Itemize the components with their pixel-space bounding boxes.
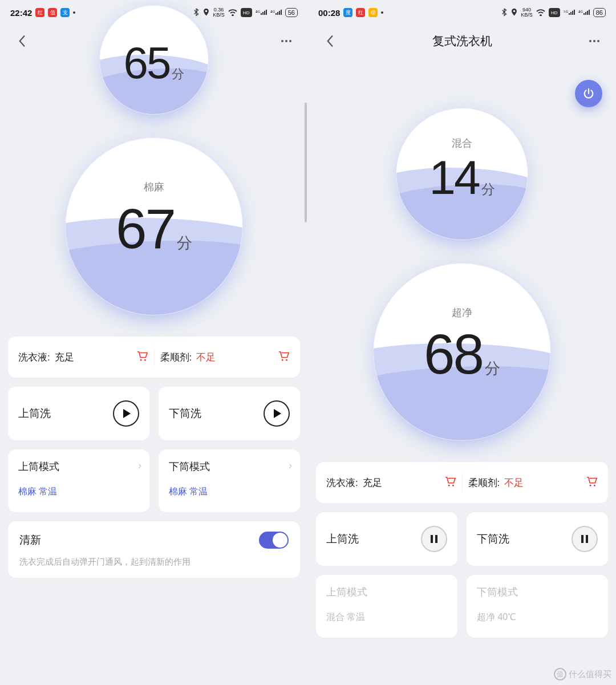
fresh-title: 清新	[19, 533, 41, 548]
phone-left: 22:42 红 值 支 0.36KB/S HD ⁴ᴳ ⁴ᴳ	[0, 0, 308, 685]
watermark: 值 什么值得买	[554, 668, 611, 680]
phone-right: 00:28 度 红 @ 940KB/S HD ⁵ᴳ ⁴ᴳ 86 复式洗衣机	[308, 0, 616, 685]
bottom-drum-mode-button[interactable]: 下筒模式 超净 40℃	[467, 575, 608, 638]
top-drum-mode-button[interactable]: 上筒模式 混合 常温	[316, 575, 457, 638]
top-drum-wash-button[interactable]: 上筒洗	[316, 512, 457, 566]
dial-top-drum[interactable]: 混合 14分	[396, 108, 528, 240]
detergent-row[interactable]: 洗衣液: 充足	[18, 350, 148, 364]
wifi-icon	[536, 9, 545, 16]
chevron-right-icon: ›	[289, 460, 292, 472]
hd-icon: HD	[549, 8, 560, 17]
cart-icon[interactable]	[585, 476, 598, 490]
minutes-unit: 分	[485, 360, 500, 376]
battery-indicator: 86	[593, 8, 606, 17]
svg-rect-17	[435, 535, 437, 543]
top-drum-mode-button[interactable]: 上筒模式 › 棉麻 常温	[8, 449, 149, 512]
location-icon	[511, 9, 517, 17]
svg-rect-18	[581, 535, 583, 543]
network-speed: 940KB/S	[521, 7, 533, 18]
softener-row[interactable]: 柔顺剂: 不足	[160, 350, 290, 364]
dial-bottom-drum[interactable]: 棉麻 67分	[66, 138, 242, 315]
cart-icon[interactable]	[277, 350, 290, 364]
divider	[154, 348, 155, 366]
fresh-toggle[interactable]	[259, 532, 289, 549]
svg-point-13	[452, 484, 454, 486]
dial-mode-label: 棉麻	[144, 180, 164, 194]
signal-icon: ⁵ᴳ	[564, 10, 575, 15]
svg-point-7	[286, 359, 287, 360]
pause-icon[interactable]	[421, 526, 447, 552]
more-button[interactable]	[584, 31, 605, 51]
svg-point-8	[513, 10, 516, 13]
dial-main-value: 68	[424, 326, 483, 382]
more-dot	[381, 11, 383, 14]
minutes-unit: 分	[172, 68, 184, 80]
page-title: 复式洗衣机	[432, 33, 492, 49]
svg-point-5	[144, 359, 146, 360]
divider	[462, 474, 463, 491]
signal-icon: ⁴ᴳ	[578, 10, 590, 15]
dial-mode-label: 混合	[452, 136, 472, 150]
top-drum-wash-button[interactable]: 上筒洗	[8, 387, 149, 440]
fresh-description: 洗衣完成后自动弹开门通风，起到清新的作用	[19, 557, 289, 568]
svg-rect-16	[431, 535, 433, 543]
pause-icon[interactable]	[572, 526, 598, 552]
supply-status-card: 洗衣液: 充足 柔顺剂: 不足	[316, 462, 608, 503]
clock: 00:28	[318, 8, 340, 18]
chevron-right-icon: ›	[138, 460, 141, 472]
cart-icon[interactable]	[444, 476, 456, 490]
bluetooth-icon	[501, 9, 508, 17]
play-icon[interactable]	[264, 400, 290, 427]
dial-bottom-drum[interactable]: 超净 68分	[374, 264, 550, 440]
minutes-unit: 分	[481, 183, 495, 197]
dial-top-drum[interactable]: 65分	[100, 6, 208, 114]
svg-point-4	[140, 359, 141, 360]
supply-status-card: 洗衣液: 充足 柔顺剂: 不足	[8, 337, 300, 378]
dial-mode-label: 超净	[452, 306, 472, 319]
svg-point-6	[282, 359, 283, 360]
app-icon: @	[368, 8, 378, 17]
detergent-value: 充足	[363, 476, 382, 489]
svg-point-10	[593, 40, 595, 42]
svg-point-14	[590, 484, 591, 486]
top-mode-value: 棉麻 常温	[18, 486, 139, 498]
power-button[interactable]	[575, 80, 602, 107]
dial-top-value: 65	[124, 40, 170, 85]
app-icon: 红	[356, 8, 365, 17]
bottom-drum-mode-button[interactable]: 下筒模式 › 棉麻 常温	[159, 449, 300, 512]
minutes-unit: 分	[177, 235, 192, 250]
bottom-drum-wash-button[interactable]: 下筒洗	[159, 387, 300, 440]
softener-row[interactable]: 柔顺剂: 不足	[468, 476, 598, 490]
scrollbar[interactable]	[305, 103, 307, 222]
play-icon[interactable]	[113, 400, 139, 427]
bottom-mode-value: 棉麻 常温	[169, 486, 290, 498]
softener-value: 不足	[504, 476, 524, 489]
bottom-mode-value: 超净 40℃	[477, 611, 598, 623]
cart-icon[interactable]	[136, 350, 148, 364]
svg-point-12	[448, 484, 449, 486]
fresh-air-card: 清新 洗衣完成后自动弹开门通风，起到清新的作用	[8, 521, 300, 578]
status-bar: 00:28 度 红 @ 940KB/S HD ⁵ᴳ ⁴ᴳ 86	[308, 0, 616, 25]
dial-top-value: 14	[429, 153, 479, 201]
svg-point-9	[589, 40, 591, 42]
softener-value: 不足	[196, 351, 216, 364]
app-header: 复式洗衣机	[308, 25, 616, 57]
svg-rect-19	[586, 535, 588, 543]
top-mode-value: 混合 常温	[326, 611, 447, 623]
detergent-row[interactable]: 洗衣液: 充足	[326, 476, 456, 490]
svg-point-15	[594, 484, 595, 486]
svg-point-11	[597, 40, 599, 42]
dial-main-value: 67	[116, 201, 175, 257]
back-button[interactable]	[319, 31, 340, 51]
app-icon: 度	[343, 8, 352, 17]
bottom-drum-wash-button[interactable]: 下筒洗	[467, 512, 608, 566]
detergent-value: 充足	[55, 351, 74, 364]
